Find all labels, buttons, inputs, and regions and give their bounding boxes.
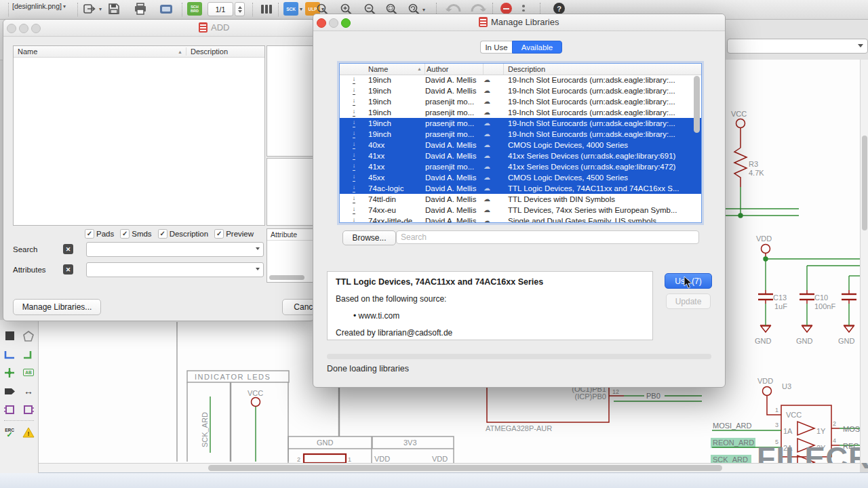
script-dropdown[interactable]: SCK ▾ bbox=[283, 2, 302, 16]
horizontal-scrollbar[interactable] bbox=[37, 463, 860, 473]
zoom-button[interactable] bbox=[341, 18, 351, 28]
clear-attributes-button[interactable]: ✕ bbox=[63, 264, 73, 274]
scrollbar-thumb[interactable] bbox=[694, 76, 700, 133]
library-name: 74xx-eu bbox=[368, 205, 425, 216]
library-row[interactable]: ↓74xx-little-deDavid A. Mellis☁Single an… bbox=[340, 216, 701, 222]
checkbox-pads[interactable]: ✓Pads bbox=[85, 228, 114, 239]
sheet-stepper[interactable] bbox=[235, 2, 245, 16]
column-author[interactable]: Author bbox=[425, 64, 484, 75]
zoom-button[interactable] bbox=[31, 24, 41, 33]
search-input[interactable] bbox=[396, 230, 699, 244]
more-options-button[interactable] bbox=[522, 3, 525, 12]
library-name: 74ac-logic bbox=[368, 183, 425, 194]
library-row[interactable]: ↓40xxDavid A. Mellis☁CMOS Logic Devices,… bbox=[340, 140, 701, 150]
help-button[interactable]: ? bbox=[553, 3, 565, 14]
library-row[interactable]: ↓19inchDavid A. Mellis☁19-Inch Slot Euro… bbox=[340, 85, 701, 96]
minimize-button[interactable] bbox=[329, 18, 338, 28]
net-icon bbox=[3, 348, 16, 361]
export-button[interactable]: ▾ bbox=[83, 2, 102, 16]
scrollbar-thumb[interactable] bbox=[208, 465, 722, 471]
filename-dropdown[interactable]: [designlink.png] ▾ bbox=[12, 2, 66, 10]
tab-in-use[interactable]: In Use bbox=[480, 41, 512, 54]
download-icon: ↓ bbox=[353, 76, 356, 84]
close-button[interactable] bbox=[317, 18, 326, 28]
minimize-button[interactable] bbox=[19, 24, 28, 33]
column-description[interactable]: Description bbox=[186, 47, 264, 56]
dialog-titlebar[interactable]: Manage Libraries bbox=[313, 14, 725, 31]
column-name[interactable]: Name bbox=[368, 64, 388, 75]
details-source-url: www.ti.com bbox=[359, 311, 400, 321]
clear-search-button[interactable]: ✕ bbox=[63, 244, 73, 254]
tool-palette: AB ↔ ERC✓ ! bbox=[0, 320, 39, 473]
browse-button[interactable]: Browse... bbox=[342, 230, 396, 245]
label-tool[interactable]: AB bbox=[21, 365, 36, 380]
dialog-titlebar[interactable]: ADD bbox=[3, 20, 314, 37]
table-header[interactable]: Name▲ Author Description bbox=[340, 64, 701, 75]
library-author: David A. Mellis bbox=[425, 216, 484, 222]
library-row[interactable]: ↓19inchprasenjit mo...☁19-Inch Slot Euro… bbox=[340, 118, 701, 129]
gateswap-tool[interactable]: ↔ bbox=[21, 384, 36, 399]
library-name: 19inch bbox=[368, 129, 425, 140]
update-button[interactable]: Update bbox=[666, 293, 711, 309]
check-icon: ✓ bbox=[6, 432, 12, 436]
search-combo[interactable] bbox=[86, 242, 264, 257]
vertical-scrollbar[interactable] bbox=[860, 60, 868, 463]
library-description: Single and Dual Gates Family, US symbols bbox=[504, 216, 701, 222]
library-row[interactable]: ↓74ac-logicDavid A. Mellis☁TTL Logic Dev… bbox=[340, 183, 701, 194]
manage-libraries-button[interactable]: Manage Libraries... bbox=[13, 299, 101, 315]
library-row[interactable]: ↓19inchprasenjit mo...☁19-Inch Slot Euro… bbox=[340, 96, 701, 107]
library-description: 19-Inch Slot Eurocards (urn:adsk.eagle:l… bbox=[504, 75, 701, 85]
library-table[interactable]: Name▲ Author Description ↓19inchDavid A.… bbox=[339, 63, 702, 223]
library-description: TTL Logic Devices, 74AC11xx and 74AC16xx… bbox=[504, 183, 701, 194]
junction-tool[interactable] bbox=[2, 365, 17, 380]
erc-tool[interactable]: ERC✓ bbox=[2, 425, 17, 440]
close-button[interactable] bbox=[7, 24, 16, 33]
layers-button[interactable] bbox=[259, 2, 273, 16]
bus-tool[interactable] bbox=[21, 347, 36, 362]
print-button[interactable] bbox=[133, 2, 148, 16]
list-header[interactable]: Name ▲ Description bbox=[14, 46, 264, 58]
tab-available[interactable]: Available bbox=[512, 41, 562, 54]
checkbox-smds[interactable]: ✓Smds bbox=[120, 228, 151, 239]
library-list[interactable]: Name ▲ Description bbox=[13, 45, 265, 226]
library-description: CMOS Logic Devices, 4000 Series bbox=[504, 140, 701, 150]
library-row[interactable]: ↓19inchDavid A. Mellis☁19-Inch Slot Euro… bbox=[340, 75, 701, 85]
chevron-down-icon: ▾ bbox=[63, 3, 66, 9]
bus-icon bbox=[22, 348, 35, 361]
rect-tool[interactable] bbox=[2, 329, 17, 344]
library-author: prasenjit mo... bbox=[425, 96, 484, 107]
library-row[interactable]: ↓41xxDavid A. Mellis☁41xx Series Devices… bbox=[340, 150, 701, 161]
library-row[interactable]: ↓74xx-euDavid A. Mellis☁TTL Devices, 74x… bbox=[340, 205, 701, 216]
toolbar-separator bbox=[8, 3, 9, 16]
checkbox-description[interactable]: ✓Description bbox=[158, 228, 209, 239]
open-board-button[interactable]: SCH BRD bbox=[187, 2, 202, 16]
column-description[interactable]: Description bbox=[504, 65, 701, 73]
palette-separator bbox=[4, 420, 34, 421]
invoke-tool[interactable] bbox=[2, 402, 17, 417]
sheet-selector[interactable]: 1/1 bbox=[208, 2, 245, 16]
svg-text:!: ! bbox=[28, 430, 30, 437]
library-row[interactable]: ↓19inchprasenjit mo...☁19-Inch Slot Euro… bbox=[340, 129, 701, 140]
image-export-button[interactable] bbox=[159, 2, 174, 16]
errors-tool[interactable]: ! bbox=[21, 425, 36, 440]
scrollbar-thumb[interactable] bbox=[862, 136, 867, 230]
library-row[interactable]: ↓41xxprasenjit mo...☁41xx Series Devices… bbox=[340, 161, 701, 172]
library-row[interactable]: ↓74ttl-dinDavid A. Mellis☁TTL Devices wi… bbox=[340, 194, 701, 205]
cancel-button[interactable]: Cancel bbox=[282, 299, 315, 315]
command-combo[interactable] bbox=[727, 39, 868, 54]
sort-asc-icon: ▲ bbox=[417, 64, 422, 75]
add-dialog: ADD Name ▲ Description Attribute ✓Pads✓S… bbox=[3, 19, 315, 321]
toolbar-separator bbox=[252, 3, 253, 16]
save-button[interactable] bbox=[107, 2, 121, 16]
library-row[interactable]: ↓19inchprasenjit mo...☁19-Inch Slot Euro… bbox=[340, 107, 701, 118]
gate-add-tool[interactable] bbox=[21, 402, 36, 417]
stop-button[interactable] bbox=[500, 3, 512, 14]
polygon-tool[interactable] bbox=[21, 329, 36, 344]
checkbox-preview[interactable]: ✓Preview bbox=[214, 228, 254, 239]
name-tool[interactable] bbox=[2, 384, 17, 399]
column-name[interactable]: Name bbox=[14, 47, 178, 56]
library-row[interactable]: ↓45xxDavid A. Mellis☁CMOS Logic Devices,… bbox=[340, 172, 701, 183]
library-description: 19-Inch Slot Eurocards (urn:adsk.eagle:l… bbox=[504, 96, 701, 107]
attributes-combo[interactable] bbox=[86, 262, 264, 277]
net-tool[interactable] bbox=[2, 347, 17, 362]
